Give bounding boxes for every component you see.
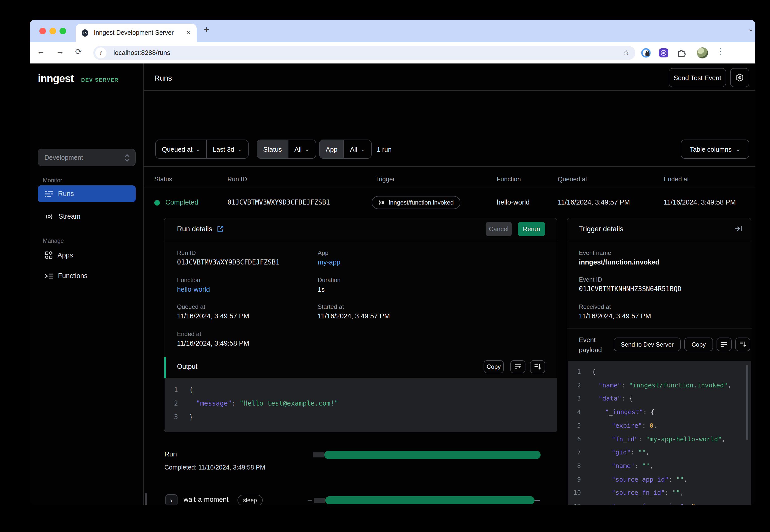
column-header-status: Status bbox=[154, 176, 172, 183]
app-filter-label-segment: App bbox=[320, 140, 344, 158]
window-close-button[interactable] bbox=[39, 28, 46, 34]
inngest-hexagon-icon bbox=[81, 29, 89, 37]
stream-broadcast-icon bbox=[45, 213, 53, 220]
status-filter-label: Status bbox=[263, 145, 282, 153]
field-value-duration: 1s bbox=[318, 286, 325, 293]
app-link[interactable]: my-app bbox=[318, 258, 340, 266]
payload-word-wrap-icon[interactable] bbox=[717, 338, 732, 351]
app-filter[interactable]: App All ⌄ bbox=[319, 140, 372, 159]
status-filter-value-segment[interactable]: All ⌄ bbox=[289, 140, 315, 158]
cancel-button[interactable]: Cancel bbox=[486, 222, 512, 236]
field-label: Event name bbox=[579, 249, 611, 256]
window-zoom-button[interactable] bbox=[59, 28, 66, 34]
tab-close-icon[interactable]: × bbox=[186, 28, 190, 36]
runs-list-icon bbox=[45, 190, 53, 197]
back-icon[interactable]: ← bbox=[37, 47, 45, 56]
trigger-details-title: Trigger details bbox=[579, 225, 623, 233]
run-details-header: Run details bbox=[177, 225, 224, 233]
output-title: Output bbox=[177, 363, 198, 370]
send-to-dev-server-button[interactable]: Send to Dev Server bbox=[614, 338, 681, 351]
column-header-queued-at: Queued at bbox=[558, 176, 587, 183]
field-value-started: 11/16/2024, 3:49:57 PM bbox=[318, 312, 390, 320]
event-id-value: 01JCVBTMTKNHNHZ3SN64R51BQD bbox=[579, 285, 682, 293]
field-value-run-id: 01JCVBTMV3WXY9D3CFDEJFZSB1 bbox=[177, 258, 280, 266]
payload-scrollbar-thumb[interactable] bbox=[746, 365, 748, 440]
sidebar-item-functions[interactable]: Functions bbox=[38, 268, 136, 284]
status-filter[interactable]: Status All ⌄ bbox=[257, 140, 316, 159]
time-field-label: Queued at bbox=[162, 145, 192, 153]
expand-output-icon[interactable] bbox=[530, 360, 545, 373]
address-bar[interactable]: i localhost:8288/runs ☆ bbox=[93, 46, 635, 60]
column-header-trigger: Trigger bbox=[375, 176, 395, 183]
sidebar-section-monitor: Monitor bbox=[43, 177, 62, 183]
collapse-panel-icon[interactable] bbox=[734, 225, 743, 232]
sidebar-item-stream[interactable]: Stream bbox=[38, 208, 136, 225]
external-link-icon[interactable] bbox=[217, 225, 224, 232]
payload-copy-label: Copy bbox=[692, 341, 706, 348]
step-kind-label: sleep bbox=[243, 497, 257, 503]
extensions-puzzle-icon[interactable] bbox=[676, 47, 687, 58]
profile-avatar[interactable] bbox=[697, 47, 708, 58]
app-filter-value-segment[interactable]: All ⌄ bbox=[344, 140, 371, 158]
field-label: Duration bbox=[318, 277, 341, 284]
timeline-run-label: Run bbox=[164, 450, 177, 458]
payload-copy-button[interactable]: Copy bbox=[684, 338, 713, 351]
sidebar-item-label: Stream bbox=[58, 213, 80, 220]
bookmark-star-icon[interactable]: ☆ bbox=[623, 48, 629, 56]
column-header-ended-at: Ended at bbox=[664, 176, 689, 183]
environment-select[interactable]: Development bbox=[38, 149, 136, 166]
browser-menu-icon[interactable]: ⋮ bbox=[717, 47, 724, 56]
extension-app-icon[interactable] bbox=[659, 48, 669, 58]
dev-server-badge: DEV SERVER bbox=[81, 77, 119, 83]
screen: Inngest Development Server × + ⌄ ← → ⟳ i… bbox=[0, 0, 770, 532]
run-details-panel: Run details Cancel Rerun Run ID 01JCVBTM… bbox=[164, 218, 557, 432]
table-row[interactable]: Completed 01JCVBTMV3WXY9D3CFDEJFZSB1 inn… bbox=[144, 187, 755, 219]
tab-strip: Inngest Development Server × + ⌄ bbox=[30, 20, 755, 42]
run-details-header-divider bbox=[164, 240, 558, 240]
tab-search-icon[interactable]: ⌄ bbox=[748, 25, 754, 33]
broadcast-icon bbox=[378, 199, 385, 206]
settings-button[interactable] bbox=[730, 68, 749, 87]
function-link[interactable]: hello-world bbox=[177, 286, 210, 293]
chevron-down-icon: ⌄ bbox=[305, 146, 309, 152]
chevron-down-icon: ⌄ bbox=[196, 146, 200, 152]
step-tail-tick bbox=[534, 500, 540, 501]
reload-icon[interactable]: ⟳ bbox=[75, 47, 82, 56]
word-wrap-icon[interactable] bbox=[510, 360, 525, 373]
site-info-icon[interactable]: i bbox=[95, 47, 106, 58]
run-duration-bar[interactable] bbox=[324, 451, 540, 459]
send-to-dev-server-label: Send to Dev Server bbox=[621, 341, 674, 348]
trigger-badge[interactable]: inngest/function.invoked bbox=[372, 196, 460, 209]
rerun-button[interactable]: Rerun bbox=[518, 222, 545, 236]
filters-divider bbox=[144, 166, 755, 167]
sidebar-item-label: Functions bbox=[58, 272, 87, 280]
sidebar-item-apps[interactable]: Apps bbox=[38, 247, 136, 263]
browser-tab[interactable]: Inngest Development Server × bbox=[76, 24, 197, 42]
functions-list-icon bbox=[45, 272, 53, 279]
sidebar-item-label: Runs bbox=[58, 190, 74, 197]
main-scrollbar-thumb[interactable] bbox=[145, 493, 147, 505]
step-name: wait-a-moment bbox=[183, 496, 229, 503]
password-manager-icon[interactable] bbox=[641, 48, 651, 58]
table-columns-button[interactable]: Table columns ⌄ bbox=[681, 140, 749, 159]
time-field-segment[interactable]: Queued at ⌄ bbox=[156, 140, 206, 158]
status-filter-value: All bbox=[295, 145, 302, 153]
forward-icon[interactable]: → bbox=[56, 47, 64, 56]
time-filter[interactable]: Queued at ⌄ Last 3d ⌄ bbox=[155, 140, 249, 159]
payload-expand-icon[interactable] bbox=[735, 338, 750, 351]
trigger-badge-label: inngest/function.invoked bbox=[389, 199, 454, 206]
window-minimize-button[interactable] bbox=[49, 28, 56, 34]
row-ended-at: 11/16/2024, 3:49:58 PM bbox=[664, 198, 736, 206]
step-expand-button[interactable]: › bbox=[165, 494, 177, 505]
row-status: Completed bbox=[165, 198, 199, 206]
sidebar-item-runs[interactable]: Runs bbox=[38, 185, 136, 202]
output-copy-button[interactable]: Copy bbox=[483, 360, 504, 373]
new-tab-button[interactable]: + bbox=[204, 24, 209, 35]
cancel-label: Cancel bbox=[489, 225, 508, 232]
chevron-down-icon: ⌄ bbox=[237, 146, 242, 152]
time-range-segment[interactable]: Last 3d ⌄ bbox=[206, 140, 248, 158]
url-text[interactable]: localhost:8288/runs bbox=[113, 49, 170, 56]
time-range-label: Last 3d bbox=[213, 145, 234, 153]
send-test-event-button[interactable]: Send Test Event bbox=[669, 68, 726, 87]
step-duration-bar[interactable] bbox=[325, 496, 534, 504]
